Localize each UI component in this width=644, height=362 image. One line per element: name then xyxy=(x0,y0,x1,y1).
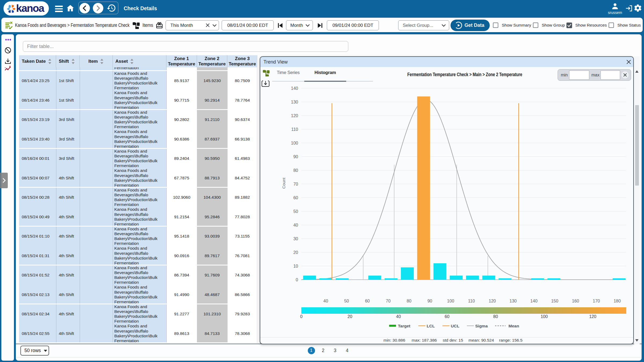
svg-text:Target: Target xyxy=(398,324,410,328)
svg-text:80: 80 xyxy=(407,299,411,303)
svg-text:Count: Count xyxy=(281,178,286,189)
svg-text:min: 30.886: min: 30.886 xyxy=(383,338,405,342)
svg-text:140: 140 xyxy=(530,299,537,303)
svg-text:20: 20 xyxy=(293,250,298,255)
svg-text:30: 30 xyxy=(293,237,298,241)
svg-text:120: 120 xyxy=(291,113,298,118)
svg-text:40: 40 xyxy=(396,314,401,319)
svg-text:170: 170 xyxy=(593,299,600,303)
svg-text:50: 50 xyxy=(293,209,298,214)
svg-text:80: 80 xyxy=(293,168,298,173)
svg-text:100: 100 xyxy=(447,299,454,303)
svg-text:20: 20 xyxy=(347,314,352,319)
svg-text:40: 40 xyxy=(293,223,298,227)
svg-text:150: 150 xyxy=(551,299,558,303)
svg-text:40: 40 xyxy=(323,299,328,303)
svg-text:LCL: LCL xyxy=(427,324,435,328)
svg-text:range: 156.5: range: 156.5 xyxy=(499,338,522,342)
svg-text:100: 100 xyxy=(541,314,548,319)
svg-text:110: 110 xyxy=(468,299,475,303)
svg-text:70: 70 xyxy=(386,299,391,303)
svg-text:90: 90 xyxy=(293,154,298,159)
svg-text:mean: 90.524: mean: 90.524 xyxy=(469,338,494,342)
svg-text:0: 0 xyxy=(300,314,303,319)
svg-text:10: 10 xyxy=(293,264,298,268)
svg-text:60: 60 xyxy=(365,299,370,303)
svg-text:100: 100 xyxy=(291,141,298,145)
svg-text:Mean: Mean xyxy=(508,324,519,328)
svg-text:140: 140 xyxy=(291,86,298,91)
svg-text:std dev: 15: std dev: 15 xyxy=(443,338,463,342)
svg-text:60: 60 xyxy=(445,314,449,319)
svg-text:130: 130 xyxy=(291,100,298,104)
svg-text:130: 130 xyxy=(510,299,517,303)
svg-text:UCL: UCL xyxy=(451,324,459,328)
svg-text:110: 110 xyxy=(291,127,298,132)
svg-text:0: 0 xyxy=(296,278,298,282)
svg-text:max: 187.386: max: 187.386 xyxy=(412,338,437,342)
svg-text:50: 50 xyxy=(344,299,349,303)
svg-text:180: 180 xyxy=(614,299,621,303)
svg-text:120: 120 xyxy=(589,314,597,319)
svg-text:160: 160 xyxy=(572,299,579,303)
svg-text:60: 60 xyxy=(293,195,298,200)
svg-text:Sigma: Sigma xyxy=(475,324,488,328)
svg-text:80: 80 xyxy=(493,314,498,319)
svg-text:90: 90 xyxy=(427,299,432,303)
svg-text:120: 120 xyxy=(489,299,496,303)
svg-text:70: 70 xyxy=(293,182,298,186)
